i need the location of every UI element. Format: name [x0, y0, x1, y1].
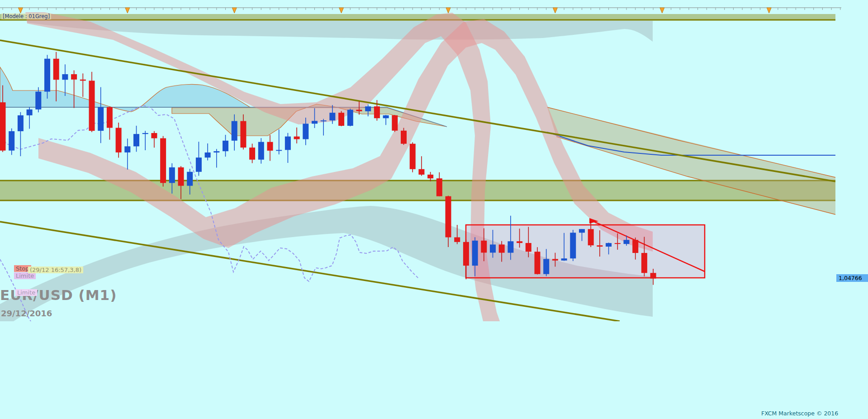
candle-10/2014	[418, 169, 424, 175]
candle-06/2013	[276, 150, 282, 151]
candle-05/2012	[160, 138, 166, 183]
candle-01/2011	[18, 115, 24, 131]
copyright-watermark: FXCM Marketscope © 2016	[761, 410, 838, 417]
candle-02/2013	[240, 121, 246, 148]
candle-11/2010	[0, 102, 6, 151]
candle-06/2011	[62, 74, 68, 80]
candle-04/2013	[258, 142, 264, 160]
candle-09/2012	[196, 157, 202, 172]
candle-08/2011	[80, 80, 86, 81]
candle-06/2014	[383, 115, 389, 118]
candle-08/2015	[508, 241, 513, 252]
candle-02/2015	[454, 237, 460, 242]
candle-11/2011	[107, 107, 113, 128]
candle-05/2015	[481, 241, 487, 253]
candle-11/2015	[535, 252, 541, 274]
candle-09/2016	[624, 240, 630, 244]
candle-08/2014	[401, 131, 407, 144]
candle-12/2010	[9, 131, 14, 151]
candle-06/2015	[490, 244, 496, 252]
candle-08/2016	[615, 243, 621, 244]
candle-09/2013	[303, 124, 308, 139]
candle-04/2012	[151, 133, 157, 138]
chart-canvas[interactable]	[0, 0, 868, 419]
candle-10/2011	[98, 107, 104, 131]
candle-03/2013	[249, 148, 255, 160]
candle-04/2011	[44, 59, 50, 92]
candle-10/2016	[632, 240, 638, 253]
candle-01/2015	[446, 196, 451, 238]
candle-12/2015	[543, 259, 549, 274]
candle-05/2011	[53, 59, 59, 80]
candle-07/2015	[499, 244, 505, 252]
candle-06/2016	[597, 245, 602, 247]
candle-01/2014	[338, 113, 344, 126]
candle-04/2016	[579, 229, 585, 233]
candle-11/2013	[321, 120, 327, 121]
candle-12/2016	[650, 273, 656, 278]
candle-12/2014	[436, 178, 442, 196]
candle-10/2015	[526, 243, 531, 252]
candle-03/2015	[463, 242, 469, 266]
candle-02/2012	[133, 134, 139, 146]
candle-03/2012	[142, 133, 148, 134]
candle-03/2014	[356, 110, 362, 111]
candle-11/2014	[427, 175, 433, 178]
candle-12/2011	[116, 128, 122, 152]
candle-07/2011	[71, 74, 77, 80]
candle-09/2014	[410, 144, 416, 169]
date-watermark: 29/12/2016	[1, 309, 52, 318]
candle-12/2012	[223, 141, 228, 151]
candle-05/2016	[588, 229, 594, 245]
candle-07/2013	[285, 137, 291, 150]
candle-01/2016	[552, 259, 558, 260]
candle-09/2015	[517, 241, 522, 243]
candle-03/2016	[570, 233, 576, 258]
candle-11/2012	[213, 151, 219, 152]
candle-03/2011	[35, 92, 41, 110]
candle-07/2016	[606, 243, 612, 247]
candle-01/2013	[232, 121, 237, 141]
candle-05/2014	[374, 106, 380, 118]
candle-07/2012	[178, 167, 184, 186]
candle-08/2012	[187, 172, 193, 186]
candle-02/2011	[27, 110, 33, 115]
candle-10/2013	[312, 121, 318, 124]
candle-01/2012	[124, 146, 130, 152]
candle-06/2012	[169, 167, 175, 183]
candle-11/2016	[641, 253, 647, 273]
candle-12/2013	[329, 113, 335, 120]
limit-order-label[interactable]: Limite	[14, 272, 36, 279]
order-note-label: (29/12 16:57,3,8)	[28, 267, 83, 273]
limit-order-label-2[interactable]: Limite	[15, 289, 37, 296]
candle-10/2012	[205, 152, 211, 157]
candle-05/2013	[267, 142, 273, 151]
current-price-badge: 1,04766	[836, 274, 868, 282]
candle-07/2014	[392, 115, 398, 131]
candle-08/2013	[294, 137, 300, 139]
candle-04/2015	[472, 241, 478, 266]
candle-02/2016	[561, 258, 567, 261]
candle-02/2014	[347, 110, 353, 126]
model-label[interactable]: [Modele : 01Greg]	[1, 13, 51, 19]
candle-04/2014	[365, 106, 371, 111]
candle-09/2011	[89, 81, 95, 131]
chart-window: [Modele : 01Greg] EUR/USD (M1) 29/12/201…	[0, 0, 868, 419]
